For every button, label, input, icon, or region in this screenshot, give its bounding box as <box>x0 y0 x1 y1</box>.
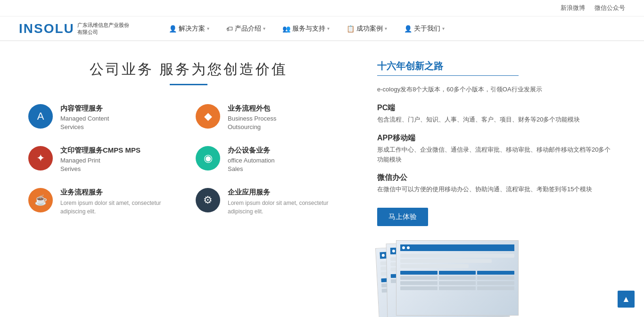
right-subtitle: e-cology发布8个大版本，60多个小版本，引领OA行业发展示 <box>377 85 616 94</box>
biz-process-info: 业务流程服务 Lorem ipsum dolor sit amet, conse… <box>60 188 182 216</box>
nav-label-about: 关于我们 <box>414 24 440 33</box>
services-grid: A 内容管理服务 Managed Content Services ◆ 业务流程… <box>28 104 349 216</box>
nav-item-products[interactable]: 🏷 产品介绍 ▾ <box>218 16 274 41</box>
content-mgmt-sub1: Managed Content <box>60 115 109 122</box>
chevron-down-icon-5: ▾ <box>442 26 445 31</box>
feature-pc-title: PC端 <box>377 103 616 113</box>
print-sub1: Managed Print <box>60 157 140 164</box>
feature-pc: PC端 包含流程、门户、知识、人事、沟通、客户、项目、财务等20多个功能模块 <box>377 103 616 125</box>
service-card-office: ◉ 办公设备业务 office Automation Sales <box>196 146 349 174</box>
chevron-down-icon-2: ▾ <box>263 26 265 31</box>
biz-app-desc: Lorem ipsum dolor sit amet, consectetur … <box>228 199 349 216</box>
service-card-bpo: ◆ 业务流程外包 Business Process Outsourcing <box>196 104 349 132</box>
nav-item-about[interactable]: 👤 关于我们 ▾ <box>396 16 453 41</box>
service-card-biz-app: ⚙ 企业应用服务 Lorem ipsum dolor sit amet, con… <box>196 188 349 216</box>
try-button[interactable]: 马上体验 <box>377 208 428 226</box>
bpo-title: 业务流程外包 <box>228 104 276 113</box>
left-section: 公司业务 服务为您创造价值 A 内容管理服务 Managed Content S… <box>28 60 349 317</box>
feature-wechat-desc: 在微信中可以方便的使用移动办公、协助沟通、流程审批、考勤签到等15个模块 <box>377 185 616 195</box>
page-title: 公司业务 服务为您创造价值 <box>28 60 349 79</box>
service-card-content-mgmt: A 内容管理服务 Managed Content Services <box>28 104 182 132</box>
wechat-link[interactable]: 微信公众号 <box>594 4 625 12</box>
right-underline <box>377 75 519 76</box>
biz-app-icon: ⚙ <box>196 188 220 212</box>
feature-pc-desc: 包含流程、门户、知识、人事、沟通、客户、项目、财务等20多个功能模块 <box>377 115 616 125</box>
nav-label-services: 服务与支持 <box>292 24 325 33</box>
chevron-down-icon-3: ▾ <box>327 26 330 31</box>
print-info: 文印管理服务CMPS MPS Managed Print Serives <box>60 146 140 174</box>
bpo-icon: ◆ <box>196 104 220 129</box>
print-icon: ✦ <box>28 146 53 171</box>
feature-app-desc: 形成工作中心、企业微信、通信录、流程审批、移动审批、移动邮件移动文档等20多个功… <box>377 145 616 165</box>
nav-links: 👤 解决方案 ▾ 🏷 产品介绍 ▾ 👥 服务与支持 ▾ 📋 成功案例 ▾ 👤 关… <box>160 16 453 41</box>
logo-text: INSOLU <box>19 21 74 36</box>
bpo-sub1: Business Process <box>228 115 276 122</box>
logo-subtitle: 广东讯维信息产业股份 有限公司 <box>77 22 129 35</box>
nav-label-cases: 成功案例 <box>356 24 383 33</box>
content-mgmt-icon: A <box>28 104 53 129</box>
office-sub1: office Automation <box>228 157 275 164</box>
feature-wechat-title: 微信办公 <box>377 173 616 183</box>
biz-process-desc: Lorem ipsum dolor sit amet, consectetur … <box>60 199 182 216</box>
office-icon: ◉ <box>196 146 220 171</box>
service-card-print: ✦ 文印管理服务CMPS MPS Managed Print Serives <box>28 146 182 174</box>
biz-app-title: 企业应用服务 <box>228 188 349 197</box>
feature-wechat: 微信办公 在微信中可以方便的使用移动办公、协助沟通、流程审批、考勤签到等15个模… <box>377 173 616 195</box>
screenshot-stack <box>377 240 528 317</box>
main-content: 公司业务 服务为您创造价值 A 内容管理服务 Managed Content S… <box>0 41 644 317</box>
nav-item-services[interactable]: 👥 服务与支持 ▾ <box>274 16 338 41</box>
screenshot-3 <box>396 240 519 316</box>
scroll-top-button[interactable]: ▲ <box>618 291 635 308</box>
nav-label-products: 产品介绍 <box>235 24 261 33</box>
title-underline <box>170 84 207 85</box>
chevron-down-icon: ▾ <box>207 26 209 31</box>
chevron-down-icon-4: ▾ <box>385 26 387 31</box>
office-title: 办公设备业务 <box>228 146 275 155</box>
feature-app-title: APP移动端 <box>377 133 616 143</box>
feature-app: APP移动端 形成工作中心、企业微信、通信录、流程审批、移动审批、移动邮件移动文… <box>377 133 616 165</box>
person-icon: 👤 <box>169 25 177 33</box>
biz-process-icon: ☕ <box>28 188 53 212</box>
about-icon: 👤 <box>404 25 412 33</box>
content-mgmt-sub2: Services <box>60 123 109 130</box>
print-title: 文印管理服务CMPS MPS <box>60 146 140 155</box>
office-info: 办公设备业务 office Automation Sales <box>228 146 275 174</box>
section-title: 公司业务 服务为您创造价值 <box>28 60 349 85</box>
biz-process-title: 业务流程服务 <box>60 188 182 197</box>
case-icon: 📋 <box>347 25 355 33</box>
navbar: INSOLU 广东讯维信息产业股份 有限公司 👤 解决方案 ▾ 🏷 产品介绍 ▾… <box>0 16 644 41</box>
right-main-title: 十六年创新之路 <box>377 60 616 73</box>
service-icon: 👥 <box>282 25 290 33</box>
content-mgmt-title: 内容管理服务 <box>60 104 109 113</box>
bpo-info: 业务流程外包 Business Process Outsourcing <box>228 104 276 132</box>
right-section: 十六年创新之路 e-cology发布8个大版本，60多个小版本，引领OA行业发展… <box>377 60 616 317</box>
nav-label-solutions: 解决方案 <box>179 24 205 33</box>
screenshots-area <box>377 240 616 317</box>
office-sub2: Sales <box>228 165 275 172</box>
nav-item-solutions[interactable]: 👤 解决方案 ▾ <box>160 16 218 41</box>
print-sub2: Serives <box>60 165 140 172</box>
nav-item-cases[interactable]: 📋 成功案例 ▾ <box>338 16 396 41</box>
logo: INSOLU 广东讯维信息产业股份 有限公司 <box>19 18 132 39</box>
bpo-sub2: Outsourcing <box>228 123 276 130</box>
content-mgmt-info: 内容管理服务 Managed Content Services <box>60 104 109 132</box>
product-icon: 🏷 <box>226 25 233 33</box>
weibo-link[interactable]: 新浪微博 <box>561 4 585 12</box>
service-card-biz-process: ☕ 业务流程服务 Lorem ipsum dolor sit amet, con… <box>28 188 182 216</box>
top-bar: 新浪微博 微信公众号 <box>0 0 644 16</box>
biz-app-info: 企业应用服务 Lorem ipsum dolor sit amet, conse… <box>228 188 349 216</box>
